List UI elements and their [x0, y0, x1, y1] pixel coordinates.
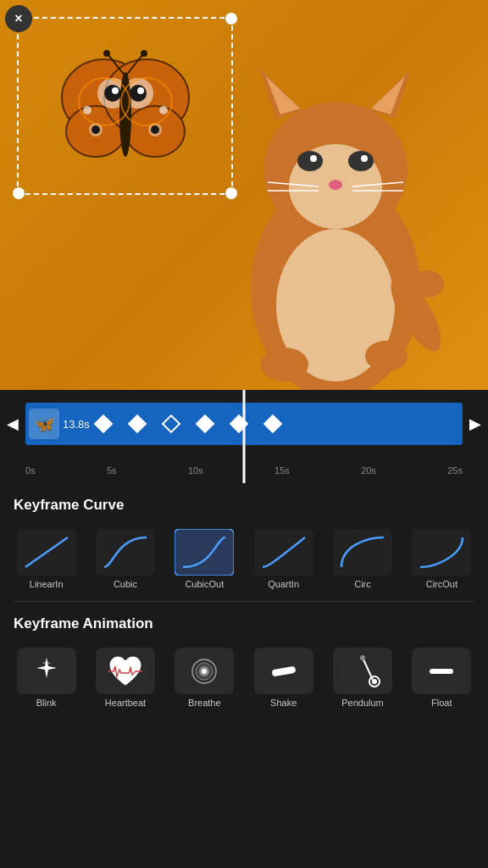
svg-point-39 — [103, 50, 110, 57]
ruler-10s: 10s — [188, 465, 203, 476]
keyframe-diamond-4[interactable] — [195, 415, 214, 434]
anim-label-float: Float — [431, 698, 452, 708]
anim-item-blink[interactable]: Blink — [7, 643, 86, 713]
anim-icon-box-float — [412, 648, 471, 694]
curve-grid: LinearIn Cubic CubicOut — [0, 520, 488, 601]
anim-item-pendulum[interactable]: Pendulum — [323, 643, 402, 713]
anim-item-breathe[interactable]: Breathe — [165, 643, 244, 713]
svg-rect-48 — [333, 529, 392, 576]
keyframe-diamond-2[interactable] — [127, 415, 147, 434]
curve-label-circ: Circ — [354, 579, 371, 589]
curve-item-cubicout[interactable]: CubicOut — [165, 524, 244, 594]
svg-point-9 — [310, 155, 317, 162]
anim-icon-box-pendulum — [333, 648, 392, 694]
keyframe-animation-title: Keyframe Animation — [0, 602, 488, 639]
curve-label-linearin: LinearIn — [30, 579, 64, 589]
svg-point-53 — [202, 669, 207, 674]
curve-item-quartin[interactable]: QuartIn — [244, 524, 323, 594]
svg-point-30 — [137, 87, 144, 94]
video-preview: × — [0, 0, 488, 390]
timeline-track[interactable]: 🦋 13.8s — [25, 403, 463, 445]
svg-point-32 — [92, 125, 100, 134]
svg-point-10 — [361, 155, 368, 162]
anim-item-float[interactable]: Float — [402, 643, 481, 713]
curve-item-linearin[interactable]: LinearIn — [7, 524, 86, 594]
svg-point-8 — [348, 151, 374, 171]
svg-rect-46 — [175, 529, 234, 576]
svg-point-29 — [130, 85, 147, 102]
svg-point-27 — [112, 87, 119, 94]
svg-point-7 — [297, 151, 323, 171]
anim-icon-box-heartbeat — [96, 648, 155, 694]
svg-point-18 — [365, 341, 408, 371]
svg-point-41 — [141, 50, 147, 57]
keyframe-diamond-6[interactable] — [263, 415, 282, 434]
ruler-15s: 15s — [274, 465, 290, 476]
corner-handle-bl[interactable] — [13, 187, 25, 199]
svg-point-11 — [329, 180, 342, 190]
curve-label-cubicout: CubicOut — [185, 579, 224, 589]
ruler-5s: 5s — [107, 465, 117, 476]
sticker-selection-box[interactable]: × — [17, 17, 233, 195]
keyframe-diamond-3-active[interactable] — [161, 415, 180, 434]
track-icon: 🦋 — [29, 409, 59, 439]
close-button[interactable]: × — [5, 5, 32, 32]
svg-rect-47 — [254, 529, 313, 576]
curve-label-circout: CircOut — [426, 579, 458, 589]
curve-label-cubic: Cubic — [114, 579, 137, 589]
svg-point-26 — [104, 85, 121, 102]
ruler-20s: 20s — [361, 465, 376, 476]
svg-point-35 — [83, 106, 92, 114]
ruler-0s: 0s — [25, 465, 36, 476]
anim-item-shake[interactable]: Shake — [244, 643, 323, 713]
ruler-25s: 25s — [447, 465, 463, 476]
keyframe-diamond-5[interactable] — [229, 415, 248, 434]
timeline-nav-left[interactable]: ◀ — [0, 398, 25, 449]
corner-handle-tr[interactable] — [225, 13, 237, 25]
svg-point-36 — [159, 106, 168, 114]
svg-point-20 — [410, 270, 444, 298]
svg-point-34 — [151, 125, 159, 134]
playhead[interactable] — [243, 390, 246, 483]
timeline-nav-right[interactable]: ▶ — [463, 398, 488, 449]
svg-line-55 — [363, 658, 373, 680]
curve-item-circout[interactable]: CircOut — [402, 524, 481, 594]
keyframe-curve-section: Keyframe Curve LinearIn Cubic — [0, 483, 488, 601]
curve-label-quartin: QuartIn — [268, 579, 299, 589]
cat-image — [208, 51, 463, 390]
svg-point-56 — [360, 655, 365, 660]
panels: Keyframe Curve LinearIn Cubic — [0, 483, 488, 720]
keyframe-diamond-1[interactable] — [93, 415, 113, 434]
anim-icon-box-breathe — [175, 648, 234, 694]
timeline: ◀ 🦋 13.8s ▶ — [0, 390, 488, 458]
svg-rect-49 — [412, 529, 471, 576]
keyframe-animation-section: Keyframe Animation Blink — [0, 602, 488, 720]
keyframe-curve-title: Keyframe Curve — [0, 483, 488, 520]
svg-rect-54 — [271, 665, 296, 676]
anim-icon-box-shake — [254, 648, 313, 694]
anim-label-breathe: Breathe — [188, 698, 221, 708]
corner-handle-br[interactable] — [225, 187, 237, 199]
svg-rect-59 — [430, 669, 453, 674]
anim-item-heartbeat[interactable]: Heartbeat — [86, 643, 164, 713]
svg-point-17 — [261, 348, 308, 381]
butterfly-sticker — [58, 47, 193, 165]
keyframe-time: 13.8s — [63, 418, 90, 431]
anim-icon-box-blink — [17, 648, 76, 694]
svg-point-58 — [372, 679, 377, 684]
animation-grid: Blink Heartbeat — [0, 639, 488, 720]
anim-label-blink: Blink — [36, 698, 57, 708]
curve-item-cubic[interactable]: Cubic — [86, 524, 164, 594]
anim-label-shake: Shake — [270, 698, 297, 708]
anim-label-pendulum: Pendulum — [341, 698, 384, 708]
anim-label-heartbeat: Heartbeat — [105, 698, 146, 708]
curve-item-circ[interactable]: Circ — [323, 524, 402, 594]
keyframe-diamonds — [90, 417, 286, 431]
svg-rect-45 — [96, 529, 155, 576]
